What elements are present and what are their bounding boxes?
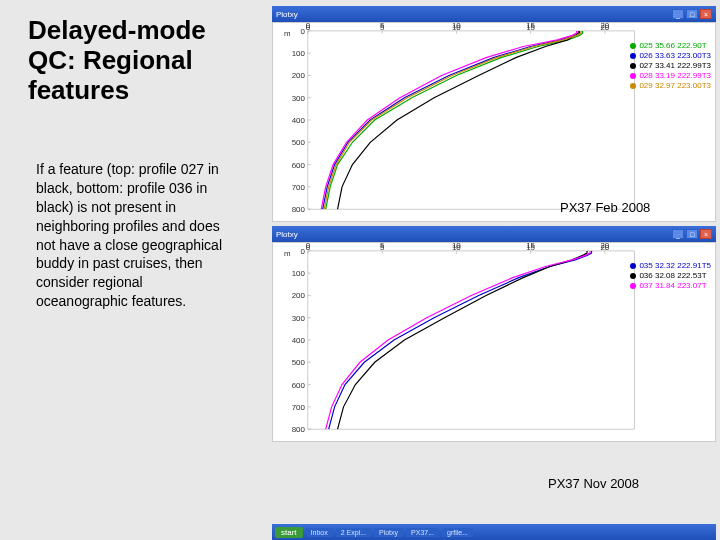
taskbar-item[interactable]: PX37... xyxy=(406,528,439,537)
legend-label: 028 33.19 222.99T3 xyxy=(639,71,711,80)
svg-text:300: 300 xyxy=(292,94,306,103)
svg-text:20: 20 xyxy=(600,243,609,252)
maximize-button[interactable]: □ xyxy=(686,229,698,239)
svg-text:700: 700 xyxy=(292,183,306,192)
legend-label: 026 33.63 223.00T3 xyxy=(639,51,711,60)
svg-rect-35 xyxy=(308,251,635,429)
svg-text:500: 500 xyxy=(292,358,306,367)
chart-window-top: Plotxy _ □ × m05101520051015200100200300… xyxy=(272,6,716,222)
plot-area-bottom: m051015200510152001002003004005006007008… xyxy=(272,242,716,442)
svg-text:0: 0 xyxy=(306,243,311,252)
svg-text:600: 600 xyxy=(292,381,306,390)
svg-text:200: 200 xyxy=(292,71,306,80)
legend-entry: 029 32.97 223.00T3 xyxy=(630,81,711,91)
svg-text:m: m xyxy=(284,29,291,38)
body-paragraph: If a feature (top: profile 027 in black,… xyxy=(36,160,234,311)
chart-window-bottom: Plotxy _ □ × m05101520051015200100200300… xyxy=(272,226,716,442)
svg-text:400: 400 xyxy=(292,336,306,345)
window-titlebar: Plotxy _ □ × xyxy=(272,6,716,22)
plot-area-top: m051015200510152001002003004005006007008… xyxy=(272,22,716,222)
svg-text:200: 200 xyxy=(292,291,306,300)
svg-text:100: 100 xyxy=(292,269,306,278)
legend-swatch-icon xyxy=(630,73,636,79)
svg-text:100: 100 xyxy=(292,49,306,58)
svg-text:600: 600 xyxy=(292,161,306,170)
legend-swatch-icon xyxy=(630,53,636,59)
legend-label: 037 31.84 223.07T xyxy=(639,281,706,290)
legend-label: 029 32.97 223.00T3 xyxy=(639,81,711,90)
close-button[interactable]: × xyxy=(700,9,712,19)
legend-swatch-icon xyxy=(630,83,636,89)
window-buttons: _ □ × xyxy=(672,229,712,239)
legend-entry: 026 33.63 223.00T3 xyxy=(630,51,711,61)
svg-text:15: 15 xyxy=(526,243,535,252)
minimize-button[interactable]: _ xyxy=(672,229,684,239)
svg-text:5: 5 xyxy=(380,23,385,32)
svg-text:400: 400 xyxy=(292,116,306,125)
svg-text:5: 5 xyxy=(380,243,385,252)
legend-swatch-icon xyxy=(630,63,636,69)
taskbar-item[interactable]: Inbox xyxy=(306,528,333,537)
legend-swatch-icon xyxy=(630,43,636,49)
legend-label: 035 32.32 222.91T5 xyxy=(639,261,711,270)
taskbar: start Inbox 2 Expl... Plotxy PX37... grf… xyxy=(272,524,716,540)
close-button[interactable]: × xyxy=(700,229,712,239)
svg-text:10: 10 xyxy=(452,243,461,252)
page-title: Delayed-mode QC: Regional features xyxy=(28,16,248,106)
svg-text:0: 0 xyxy=(306,23,311,32)
legend-entry: 037 31.84 223.07T xyxy=(630,281,711,291)
legend-entry: 028 33.19 222.99T3 xyxy=(630,71,711,81)
svg-rect-0 xyxy=(308,31,635,209)
window-titlebar: Plotxy _ □ × xyxy=(272,226,716,242)
svg-text:0: 0 xyxy=(301,247,306,256)
caption-bottom: PX37 Nov 2008 xyxy=(548,476,639,491)
legend-bottom: 035 32.32 222.91T5036 32.08 222.53T037 3… xyxy=(630,261,711,291)
taskbar-item[interactable]: grfile... xyxy=(442,528,473,537)
legend-swatch-icon xyxy=(630,263,636,269)
legend-swatch-icon xyxy=(630,283,636,289)
maximize-button[interactable]: □ xyxy=(686,9,698,19)
legend-entry: 027 33.41 222.99T3 xyxy=(630,61,711,71)
taskbar-item[interactable]: 2 Expl... xyxy=(336,528,371,537)
legend-entry: 036 32.08 222.53T xyxy=(630,271,711,281)
svg-text:700: 700 xyxy=(292,403,306,412)
caption-top: PX37 Feb 2008 xyxy=(560,200,650,215)
legend-label: 025 35.66 222.90T xyxy=(639,41,706,50)
svg-text:20: 20 xyxy=(600,23,609,32)
taskbar-item[interactable]: Plotxy xyxy=(374,528,403,537)
svg-text:0: 0 xyxy=(301,27,306,36)
legend-top: 025 35.66 222.90T026 33.63 223.00T3027 3… xyxy=(630,41,711,91)
svg-text:10: 10 xyxy=(452,23,461,32)
window-buttons: _ □ × xyxy=(672,9,712,19)
chart-column: Plotxy _ □ × m05101520051015200100200300… xyxy=(272,6,716,446)
svg-text:500: 500 xyxy=(292,138,306,147)
svg-text:300: 300 xyxy=(292,314,306,323)
window-title: Plotxy xyxy=(276,230,670,239)
window-title: Plotxy xyxy=(276,10,670,19)
legend-label: 036 32.08 222.53T xyxy=(639,271,706,280)
legend-swatch-icon xyxy=(630,273,636,279)
start-button[interactable]: start xyxy=(275,527,303,538)
legend-entry: 025 35.66 222.90T xyxy=(630,41,711,51)
svg-text:800: 800 xyxy=(292,205,306,214)
svg-text:15: 15 xyxy=(526,23,535,32)
minimize-button[interactable]: _ xyxy=(672,9,684,19)
legend-entry: 035 32.32 222.91T5 xyxy=(630,261,711,271)
svg-text:m: m xyxy=(284,249,291,258)
legend-label: 027 33.41 222.99T3 xyxy=(639,61,711,70)
svg-text:800: 800 xyxy=(292,425,306,434)
